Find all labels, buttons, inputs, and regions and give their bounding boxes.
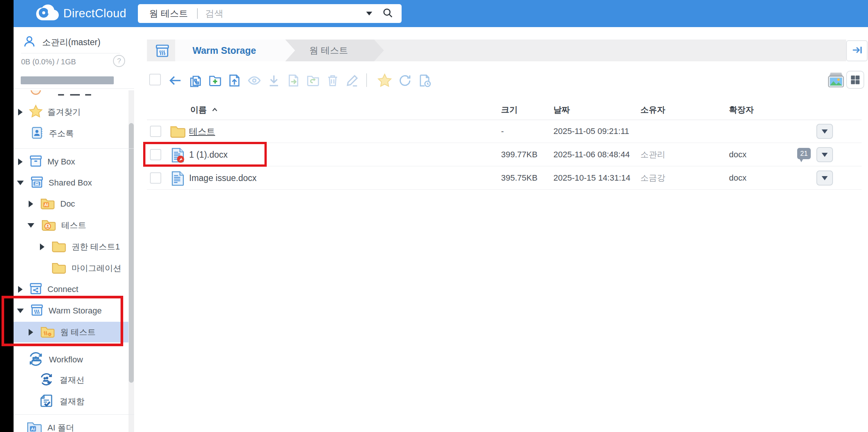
sidebar-item-mybox[interactable]: My Box: [14, 153, 75, 170]
download-button[interactable]: [266, 73, 282, 88]
copy-button[interactable]: [188, 73, 203, 88]
comment-count-badge[interactable]: 21: [797, 148, 811, 159]
restore-button[interactable]: [305, 73, 321, 88]
download-icon: [267, 73, 281, 88]
collapse-arrow-icon[interactable]: [17, 181, 24, 185]
file-name-link[interactable]: 테스트: [189, 120, 215, 143]
scope-dropdown-caret-icon[interactable]: [366, 12, 372, 15]
sidebar-item-addressbook[interactable]: 주소록: [14, 125, 74, 142]
table-row[interactable]: Image issue.docx 395.75KB 2025-10-15 14:…: [134, 166, 868, 190]
sidebar-item-perm-test1[interactable]: 권한 테스트1: [14, 238, 120, 256]
breadcrumb-current[interactable]: 웜 테스트: [285, 40, 384, 61]
top-header-bar: DirectCloud 웜 테스트 검색: [14, 0, 868, 27]
column-header-name[interactable]: 이름: [190, 100, 219, 119]
sidebar-item-label: Shared Box: [49, 178, 92, 188]
storage-progress-bar: [21, 76, 114, 84]
file-ext: docx: [729, 166, 746, 190]
delete-button[interactable]: [325, 73, 341, 88]
dropdown-caret-icon: [822, 153, 828, 157]
row-actions-dropdown[interactable]: [816, 170, 833, 186]
expand-arrow-icon[interactable]: [18, 158, 23, 165]
warm-storage-breadcrumb-icon: [154, 43, 170, 60]
image-view-button[interactable]: [827, 70, 845, 89]
clipped-text-fragment: [58, 94, 64, 96]
team-folder-icon: [41, 217, 56, 234]
table-row[interactable]: 1 (1).docx 399.77KB 2025-11-06 08:48:44 …: [134, 143, 868, 166]
file-name-link[interactable]: 1 (1).docx: [189, 143, 228, 166]
file-ext: docx: [729, 143, 746, 166]
column-header-size[interactable]: 크기: [501, 100, 518, 119]
column-header-ext[interactable]: 확장자: [729, 100, 754, 119]
new-folder-button[interactable]: [207, 73, 223, 88]
expand-arrow-icon[interactable]: [40, 243, 44, 250]
preview-button[interactable]: [246, 73, 262, 88]
sidebar-item-workflow[interactable]: Workflow: [14, 351, 83, 368]
expand-arrow-icon[interactable]: [18, 109, 23, 116]
favorite-button[interactable]: [377, 73, 393, 88]
sidebar-item-label: My Box: [47, 157, 75, 167]
app-window: DirectCloud 웜 테스트 검색 소관리(master): [0, 0, 868, 432]
column-header-date[interactable]: 날짜: [553, 100, 570, 119]
sidebar-item-sharedbox[interactable]: Shared Box: [14, 174, 92, 192]
collapse-arrow-icon[interactable]: [17, 309, 24, 313]
version-history-button[interactable]: [417, 73, 432, 88]
screen-edge-strip: [0, 0, 14, 432]
search-icon[interactable]: [382, 7, 402, 20]
sidebar-item-warm-storage[interactable]: Warm Storage: [14, 302, 102, 319]
upload-button[interactable]: [227, 73, 243, 88]
move-doc-icon: [286, 73, 301, 88]
sidebar-item-doc[interactable]: AI Doc: [14, 195, 75, 213]
expand-arrow-icon[interactable]: [29, 329, 33, 336]
sidebar-item-connect[interactable]: Connect: [14, 281, 78, 298]
search-scope-value[interactable]: 웜 테스트: [149, 8, 188, 20]
column-header-label: 소유자: [640, 104, 665, 116]
sidebar-item-ai-folder[interactable]: AI AI 폴더: [14, 419, 74, 432]
row-checkbox[interactable]: [150, 126, 161, 137]
sidebar-item-warm-test[interactable]: 웜 테스트: [14, 324, 96, 341]
column-header-owner[interactable]: 소유자: [640, 100, 665, 119]
column-header-label: 확장자: [729, 104, 754, 116]
collapse-arrow-icon[interactable]: [28, 223, 34, 228]
sidebar-item-test-folder[interactable]: 테스트: [14, 217, 86, 234]
row-actions-dropdown[interactable]: [816, 124, 833, 139]
expand-arrow-icon[interactable]: [18, 286, 23, 293]
clipped-text-fragment: [70, 94, 80, 96]
move-button[interactable]: [286, 73, 301, 88]
column-header-label: 크기: [501, 104, 518, 116]
rename-button[interactable]: [344, 73, 360, 88]
search-bar[interactable]: 웜 테스트 검색: [138, 4, 402, 23]
help-icon[interactable]: ?: [113, 55, 125, 67]
sidebar-item-favorites[interactable]: 즐겨찾기: [14, 103, 81, 121]
breadcrumb-current-label: 웜 테스트: [309, 44, 348, 56]
file-name-link[interactable]: Image issue.docx: [189, 166, 257, 190]
sidebar-scrollbar-thumb[interactable]: [129, 123, 134, 383]
sidebar-item-label: Connect: [47, 284, 78, 294]
breadcrumb: Warm Storage 웜 테스트: [147, 40, 846, 61]
toolbar-divider: [366, 73, 367, 87]
collapse-panel-button[interactable]: [846, 40, 868, 61]
sidebar-item-approval-line[interactable]: 결재선: [14, 371, 84, 389]
select-all-checkbox[interactable]: [149, 74, 161, 85]
refresh-button[interactable]: [397, 73, 413, 88]
breadcrumb-root[interactable]: Warm Storage: [175, 40, 295, 61]
column-header-label: 이름: [190, 104, 207, 116]
row-actions-dropdown[interactable]: [816, 147, 833, 162]
table-row[interactable]: 테스트 - 2025-11-05 09:21:11: [134, 120, 868, 143]
sidebar-item-label: Workflow: [49, 355, 83, 365]
box-icon: [29, 154, 43, 170]
back-button[interactable]: [167, 73, 183, 88]
grid-view-button[interactable]: [846, 71, 864, 89]
collapse-arrow-bar-icon: [851, 44, 863, 57]
search-input[interactable]: 검색: [205, 8, 366, 20]
expand-arrow-icon[interactable]: [29, 201, 33, 207]
clipped-tree-item-icon: [31, 90, 42, 96]
user-account[interactable]: 소관리(master): [23, 35, 101, 50]
row-checkbox[interactable]: [150, 172, 161, 184]
file-date: 2025-11-06 08:48:44: [553, 143, 630, 166]
sidebar-item-migration[interactable]: 마이그레이션: [14, 260, 121, 277]
brand-logo[interactable]: DirectCloud: [35, 5, 126, 23]
divider: [14, 414, 134, 415]
row-checkbox[interactable]: [150, 149, 161, 160]
content-area: Warm Storage 웜 테스트: [134, 27, 868, 432]
sidebar-item-approval-box[interactable]: 결재함: [14, 393, 84, 410]
